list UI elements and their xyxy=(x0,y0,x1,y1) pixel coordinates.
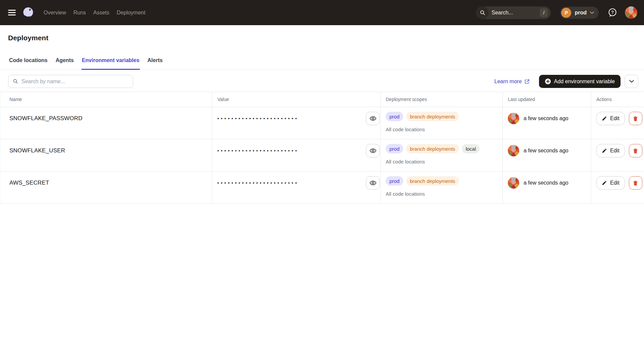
env-var-toolbar: Learn more Add environment variable xyxy=(8,75,638,88)
masked-value: ••••••••••••••••••••••• xyxy=(217,112,299,125)
nav-item-runs[interactable]: Runs xyxy=(73,10,86,16)
column-header-updated: Last updated xyxy=(503,92,591,107)
search-shortcut-key: / xyxy=(540,8,548,17)
deployment-initial-badge: P xyxy=(561,8,571,18)
chevron-down-icon xyxy=(590,11,594,14)
page-title: Deployment xyxy=(8,34,636,42)
filter-search xyxy=(8,75,133,88)
environment-variables-table: Name Value Deployment scopes Last update… xyxy=(0,92,644,204)
pencil-icon xyxy=(602,180,607,186)
plus-circle-icon xyxy=(545,78,551,85)
svg-text:?: ? xyxy=(611,10,614,15)
updated-by-avatar xyxy=(508,145,519,156)
edit-button[interactable]: Edit xyxy=(596,144,625,157)
code-locations-label: All code locations xyxy=(386,159,502,164)
env-var-name: SNOWFLAKE_USER xyxy=(9,144,212,157)
last-updated-text: a few seconds ago xyxy=(524,115,568,121)
edit-button[interactable]: Edit xyxy=(596,176,625,190)
code-locations-label: All code locations xyxy=(386,191,502,197)
masked-value: ••••••••••••••••••••••• xyxy=(217,144,299,157)
scope-badge: prod xyxy=(386,112,403,121)
tab-alerts[interactable]: Alerts xyxy=(147,57,163,70)
nav-item-overview[interactable]: Overview xyxy=(44,10,66,16)
external-link-icon xyxy=(524,79,530,84)
eye-icon xyxy=(369,179,377,187)
table-row: SNOWFLAKE_PASSWORD •••••••••••••••••••••… xyxy=(0,107,644,139)
code-locations-label: All code locations xyxy=(386,127,502,132)
table-row: AWS_SECRET ••••••••••••••••••••••• prod … xyxy=(0,172,644,204)
learn-more-link[interactable]: Learn more xyxy=(494,79,530,85)
eye-icon xyxy=(369,147,377,154)
trash-icon xyxy=(632,115,639,122)
primary-nav: Overview Runs Assets Deployment xyxy=(44,10,145,16)
column-header-value: Value xyxy=(212,92,381,107)
env-var-name: SNOWFLAKE_PASSWORD xyxy=(9,112,212,125)
search-icon xyxy=(13,79,18,84)
toolbar-actions: Learn more Add environment variable xyxy=(494,75,638,88)
show-value-button[interactable] xyxy=(366,144,380,157)
table-header-row: Name Value Deployment scopes Last update… xyxy=(0,92,644,107)
tab-environment-variables[interactable]: Environment variables xyxy=(82,57,140,70)
search-by-name-input[interactable] xyxy=(8,75,133,88)
scope-badge: branch deployments xyxy=(406,112,459,121)
show-value-button[interactable] xyxy=(366,112,380,125)
updated-by-avatar xyxy=(508,177,519,189)
tab-code-locations[interactable]: Code locations xyxy=(9,57,48,70)
trash-icon xyxy=(632,180,639,186)
column-header-actions: Actions xyxy=(591,92,644,107)
column-header-name: Name xyxy=(0,92,212,107)
global-search-input[interactable] xyxy=(491,10,528,16)
pencil-icon xyxy=(602,116,607,121)
learn-more-label: Learn more xyxy=(494,79,522,85)
top-nav-bar: Overview Runs Assets Deployment / P prod… xyxy=(0,0,644,25)
updated-by-avatar xyxy=(508,113,519,124)
user-avatar[interactable] xyxy=(625,6,637,19)
table-row: SNOWFLAKE_USER ••••••••••••••••••••••• p… xyxy=(0,139,644,172)
trash-icon xyxy=(632,148,639,154)
scope-badge: prod xyxy=(386,144,403,153)
deployment-switcher-label: prod xyxy=(575,10,587,16)
scope-badge: branch deployments xyxy=(406,176,459,186)
chevron-down-icon xyxy=(629,80,634,83)
add-options-dropdown-button[interactable] xyxy=(625,75,638,88)
scope-badge: prod xyxy=(386,176,403,186)
show-value-button[interactable] xyxy=(366,176,380,190)
delete-button[interactable] xyxy=(629,144,642,157)
last-updated-text: a few seconds ago xyxy=(524,180,568,186)
nav-item-deployment[interactable]: Deployment xyxy=(117,10,145,16)
eye-icon xyxy=(369,115,377,122)
menu-icon[interactable] xyxy=(8,10,16,15)
last-updated-text: a few seconds ago xyxy=(524,148,568,154)
scope-badge: branch deployments xyxy=(406,144,459,153)
nav-item-assets[interactable]: Assets xyxy=(93,10,109,16)
pencil-icon xyxy=(602,148,607,153)
global-search[interactable]: / xyxy=(476,6,551,19)
env-var-name: AWS_SECRET xyxy=(9,176,212,190)
deployment-tabs: Code locations Agents Environment variab… xyxy=(0,57,644,69)
search-icon xyxy=(476,6,489,19)
add-environment-variable-button[interactable]: Add environment variable xyxy=(539,75,621,88)
deployment-switcher[interactable]: P prod xyxy=(560,7,599,19)
column-header-scopes: Deployment scopes xyxy=(381,92,503,107)
delete-button[interactable] xyxy=(629,112,642,125)
scope-badge: local xyxy=(462,144,480,153)
tab-agents[interactable]: Agents xyxy=(55,57,74,70)
edit-button[interactable]: Edit xyxy=(596,112,625,125)
help-icon[interactable]: ? xyxy=(607,7,618,18)
delete-button[interactable] xyxy=(629,176,642,190)
dagster-logo-icon[interactable] xyxy=(22,6,35,19)
masked-value: ••••••••••••••••••••••• xyxy=(217,176,299,190)
